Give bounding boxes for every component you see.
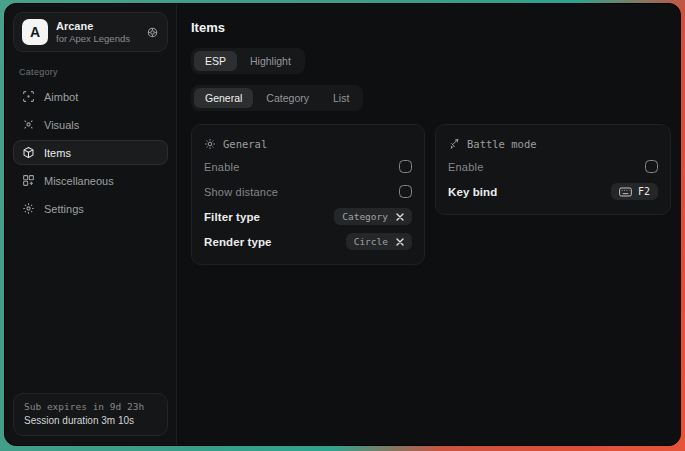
battle-enable-checkbox[interactable]: [645, 160, 658, 173]
page-title: Items: [191, 20, 671, 35]
setting-row-render-type: Render type Circle: [204, 229, 412, 254]
session-duration-text: Session duration 3m 10s: [24, 414, 157, 428]
main-content: Items ESP Highlight General Category Lis…: [177, 4, 681, 445]
sidebar: A Arcane for Apex Legends Category: [5, 4, 177, 445]
setting-label: Filter type: [204, 211, 260, 223]
panel-general-header: General: [204, 134, 412, 154]
render-type-tag[interactable]: Circle: [346, 233, 412, 250]
setting-row-enable: Enable: [204, 154, 412, 179]
app-logo: A: [22, 19, 48, 45]
sidebar-item-label: Settings: [44, 203, 84, 215]
tab-list[interactable]: List: [322, 88, 360, 108]
category-label: Category: [19, 67, 162, 77]
sword-icon: [448, 138, 460, 150]
panel-title: Battle mode: [467, 138, 537, 150]
setting-row-key-bind: Key bind F2: [448, 179, 658, 204]
setting-label: Show distance: [204, 186, 278, 198]
setting-label: Key bind: [448, 186, 497, 198]
panel-battle-mode: Battle mode Enable Key bind: [435, 124, 671, 215]
gear-icon: [22, 202, 35, 215]
box-icon: [22, 146, 35, 159]
enable-checkbox[interactable]: [399, 160, 412, 173]
show-distance-checkbox[interactable]: [399, 185, 412, 198]
tab-highlight[interactable]: Highlight: [239, 51, 302, 71]
keybind-value: F2: [638, 186, 650, 197]
sidebar-item-visuals[interactable]: Visuals: [13, 112, 168, 137]
sub-expires-text: Sub expires in 9d 23h: [24, 400, 157, 414]
lifebuoy-icon[interactable]: [146, 26, 159, 39]
sidebar-item-label: Visuals: [44, 119, 79, 131]
tag-value: Circle: [354, 236, 388, 247]
keyboard-icon: [619, 187, 632, 197]
remove-icon[interactable]: [396, 238, 404, 246]
setting-row-show-distance: Show distance: [204, 179, 412, 204]
filter-type-tag[interactable]: Category: [334, 208, 412, 225]
setting-label: Enable: [448, 161, 483, 173]
grid-icon: [22, 174, 35, 187]
brand-text: Arcane for Apex Legends: [56, 20, 138, 45]
sidebar-item-items[interactable]: Items: [13, 140, 168, 165]
sidebar-item-label: Aimbot: [44, 91, 78, 103]
app-subtitle: for Apex Legends: [56, 33, 138, 45]
sidebar-nav: Aimbot Visuals Items: [13, 84, 168, 221]
app-title: Arcane: [56, 20, 138, 33]
keybind-button[interactable]: F2: [611, 183, 658, 200]
sun-icon: [204, 138, 216, 150]
sidebar-item-settings[interactable]: Settings: [13, 196, 168, 221]
tab-esp[interactable]: ESP: [194, 51, 237, 71]
sidebar-item-aimbot[interactable]: Aimbot: [13, 84, 168, 109]
sidebar-item-label: Miscellaneous: [44, 175, 114, 187]
setting-label: Enable: [204, 161, 239, 173]
remove-icon[interactable]: [396, 213, 404, 221]
subscription-card: Sub expires in 9d 23h Session duration 3…: [13, 393, 168, 436]
brand-card: A Arcane for Apex Legends: [13, 12, 168, 52]
setting-row-enable: Enable: [448, 154, 658, 179]
app-window: A Arcane for Apex Legends Category: [4, 3, 681, 446]
panel-title: General: [223, 138, 267, 150]
panel-general: General Enable Show distance Filter type…: [191, 124, 425, 265]
panel-battle-header: Battle mode: [448, 134, 658, 154]
setting-label: Render type: [204, 236, 272, 248]
sidebar-item-label: Items: [44, 147, 71, 159]
tab-category[interactable]: Category: [255, 88, 320, 108]
tab-general[interactable]: General: [194, 88, 253, 108]
tag-value: Category: [342, 211, 388, 222]
sidebar-item-miscellaneous[interactable]: Miscellaneous: [13, 168, 168, 193]
view-tab-group: General Category List: [191, 85, 363, 111]
eye-scan-icon: [22, 118, 35, 131]
setting-row-filter-type: Filter type Category: [204, 204, 412, 229]
crosshair-icon: [22, 90, 35, 103]
mode-tab-group: ESP Highlight: [191, 48, 305, 74]
